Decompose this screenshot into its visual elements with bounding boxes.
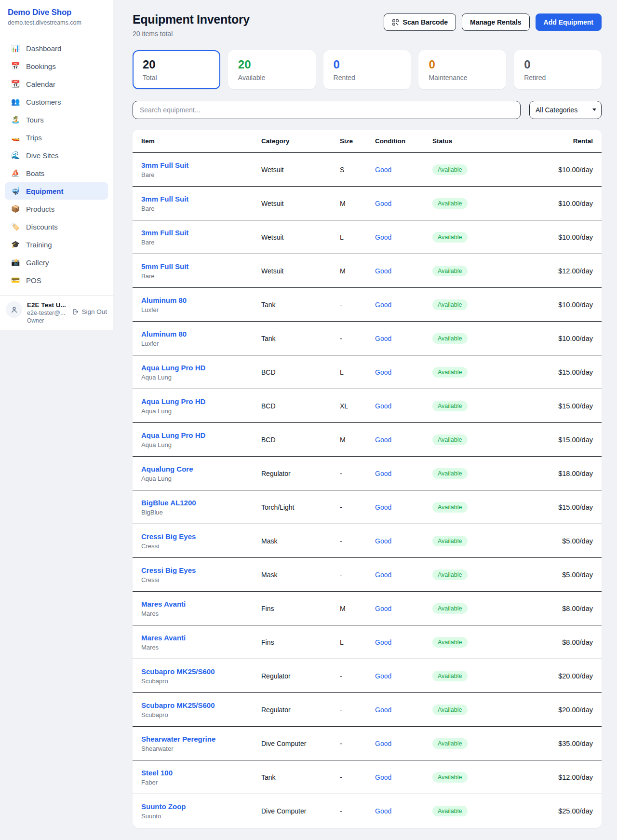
sidebar-nav-item[interactable]: ⛵ Boats bbox=[5, 164, 108, 182]
item-name-link[interactable]: 5mm Full Suit bbox=[141, 262, 261, 271]
item-size: L bbox=[340, 233, 375, 241]
item-condition-link[interactable]: Good bbox=[375, 537, 432, 545]
sidebar-nav-item[interactable]: 🌊 Dive Sites bbox=[5, 147, 108, 164]
table-row: 3mm Full Suit Bare Wetsuit M Good Availa… bbox=[133, 187, 602, 220]
item-name-link[interactable]: 3mm Full Suit bbox=[141, 195, 261, 203]
nav-item-icon: 🤿 bbox=[11, 187, 20, 195]
status-badge: Available bbox=[432, 536, 468, 546]
status-badge: Available bbox=[432, 772, 468, 783]
sidebar-nav: 📊 Dashboard 📅 Bookings 📆 Calendar 👥 Cust… bbox=[0, 33, 113, 295]
item-name-link[interactable]: Mares Avanti bbox=[141, 600, 261, 608]
stat-card[interactable]: 0 Retired bbox=[514, 50, 602, 89]
item-condition-link[interactable]: Good bbox=[375, 267, 432, 275]
item-name-link[interactable]: Aluminum 80 bbox=[141, 330, 261, 338]
item-name-link[interactable]: Cressi Big Eyes bbox=[141, 566, 261, 574]
item-name-link[interactable]: Steel 100 bbox=[141, 769, 261, 777]
sidebar-nav-item[interactable]: 🚤 Trips bbox=[5, 129, 108, 146]
status-badge: Available bbox=[432, 164, 468, 175]
manage-rentals-button[interactable]: Manage Rentals bbox=[462, 14, 530, 31]
item-name-link[interactable]: Suunto Zoop bbox=[141, 802, 261, 811]
item-name-link[interactable]: Scubapro MK25/S600 bbox=[141, 701, 261, 709]
nav-item-icon: 📊 bbox=[11, 44, 20, 53]
nav-item-label: Calendar bbox=[26, 80, 55, 88]
item-name-link[interactable]: Scubapro MK25/S600 bbox=[141, 667, 261, 676]
item-condition-link[interactable]: Good bbox=[375, 605, 432, 612]
item-condition-link[interactable]: Good bbox=[375, 503, 432, 511]
item-condition-link[interactable]: Good bbox=[375, 740, 432, 747]
sidebar-nav-item[interactable]: 🤿 Equipment bbox=[5, 182, 108, 200]
sidebar-nav-item[interactable]: 📅 Bookings bbox=[5, 57, 108, 75]
stat-card[interactable]: 20 Total bbox=[133, 50, 220, 89]
item-condition-link[interactable]: Good bbox=[375, 807, 432, 815]
sidebar-nav-item[interactable]: 📦 Products bbox=[5, 200, 108, 217]
search-input[interactable] bbox=[133, 101, 521, 119]
item-name-link[interactable]: Aqualung Core bbox=[141, 465, 261, 473]
nav-item-label: Discounts bbox=[26, 223, 58, 231]
item-condition-link[interactable]: Good bbox=[375, 571, 432, 579]
item-condition-link[interactable]: Good bbox=[375, 773, 432, 781]
item-condition-link[interactable]: Good bbox=[375, 436, 432, 444]
stat-card[interactable]: 0 Maintenance bbox=[418, 50, 506, 89]
sign-out-button[interactable]: Sign Out bbox=[72, 308, 107, 315]
item-condition-link[interactable]: Good bbox=[375, 368, 432, 376]
item-condition-link[interactable]: Good bbox=[375, 166, 432, 174]
col-size: Size bbox=[340, 137, 375, 145]
item-condition-link[interactable]: Good bbox=[375, 233, 432, 241]
status-badge: Available bbox=[432, 232, 468, 243]
item-size: - bbox=[340, 503, 375, 511]
sidebar-nav-item[interactable]: 📆 Calendar bbox=[5, 75, 108, 93]
table-row: Scubapro MK25/S600 Scubapro Regulator - … bbox=[133, 659, 602, 693]
item-condition-link[interactable]: Good bbox=[375, 672, 432, 680]
category-select[interactable]: All Categories bbox=[529, 101, 602, 119]
nav-item-label: Bookings bbox=[26, 62, 56, 70]
item-size: M bbox=[340, 200, 375, 207]
item-condition-link[interactable]: Good bbox=[375, 402, 432, 410]
item-name-link[interactable]: 3mm Full Suit bbox=[141, 229, 261, 237]
sidebar-nav-item[interactable]: 👥 Customers bbox=[5, 93, 108, 110]
item-condition-link[interactable]: Good bbox=[375, 335, 432, 342]
col-status: Status bbox=[432, 137, 505, 145]
table-row: Aqua Lung Pro HD Aqua Lung BCD L Good Av… bbox=[133, 355, 602, 389]
table-row: Suunto Zoop Suunto Dive Computer - Good … bbox=[133, 794, 602, 828]
nav-item-label: Equipment bbox=[26, 187, 64, 195]
item-brand: Faber bbox=[141, 779, 261, 786]
item-category: Mask bbox=[261, 571, 340, 579]
table-row: Cressi Big Eyes Cressi Mask - Good Avail… bbox=[133, 558, 602, 592]
item-category: Wetsuit bbox=[261, 233, 340, 241]
scan-barcode-button[interactable]: Scan Barcode bbox=[384, 14, 456, 31]
item-name-link[interactable]: Aqua Lung Pro HD bbox=[141, 397, 261, 406]
item-name-link[interactable]: Cressi Big Eyes bbox=[141, 532, 261, 541]
stat-value: 20 bbox=[238, 58, 306, 71]
item-name-link[interactable]: BigBlue AL1200 bbox=[141, 499, 261, 507]
item-category: Dive Computer bbox=[261, 740, 340, 747]
item-condition-link[interactable]: Good bbox=[375, 200, 432, 207]
stat-card[interactable]: 0 Rented bbox=[323, 50, 411, 89]
item-brand: Aqua Lung bbox=[141, 475, 261, 482]
sidebar-nav-item[interactable]: 📸 Gallery bbox=[5, 254, 108, 271]
item-rental-rate: $10.00/day bbox=[505, 166, 593, 174]
item-condition-link[interactable]: Good bbox=[375, 638, 432, 646]
sidebar-nav-item[interactable]: 🏷️ Discounts bbox=[5, 218, 108, 235]
item-name-link[interactable]: 3mm Full Suit bbox=[141, 161, 261, 169]
status-badge: Available bbox=[432, 468, 468, 479]
item-name-link[interactable]: Shearwater Peregrine bbox=[141, 735, 261, 743]
item-condition-link[interactable]: Good bbox=[375, 706, 432, 714]
item-brand: Aqua Lung bbox=[141, 374, 261, 381]
item-name-link[interactable]: Mares Avanti bbox=[141, 634, 261, 642]
sidebar-nav-item[interactable]: 💳 POS bbox=[5, 271, 108, 289]
item-name-link[interactable]: Aluminum 80 bbox=[141, 296, 261, 304]
sidebar-nav-item[interactable]: 🏝️ Tours bbox=[5, 111, 108, 128]
status-badge: Available bbox=[432, 367, 468, 378]
brand-name[interactable]: Demo Dive Shop bbox=[8, 8, 105, 17]
sidebar-nav-item[interactable]: 🎓 Training bbox=[5, 236, 108, 253]
stat-card[interactable]: 20 Available bbox=[228, 50, 316, 89]
item-condition-link[interactable]: Good bbox=[375, 470, 432, 477]
status-badge: Available bbox=[432, 401, 468, 411]
sidebar-nav-item[interactable]: 📊 Dashboard bbox=[5, 40, 108, 57]
add-equipment-button[interactable]: Add Equipment bbox=[536, 14, 602, 31]
status-badge: Available bbox=[432, 806, 468, 816]
item-name-link[interactable]: Aqua Lung Pro HD bbox=[141, 364, 261, 372]
item-condition-link[interactable]: Good bbox=[375, 301, 432, 309]
nav-item-icon: 🎓 bbox=[11, 240, 20, 249]
item-name-link[interactable]: Aqua Lung Pro HD bbox=[141, 431, 261, 439]
